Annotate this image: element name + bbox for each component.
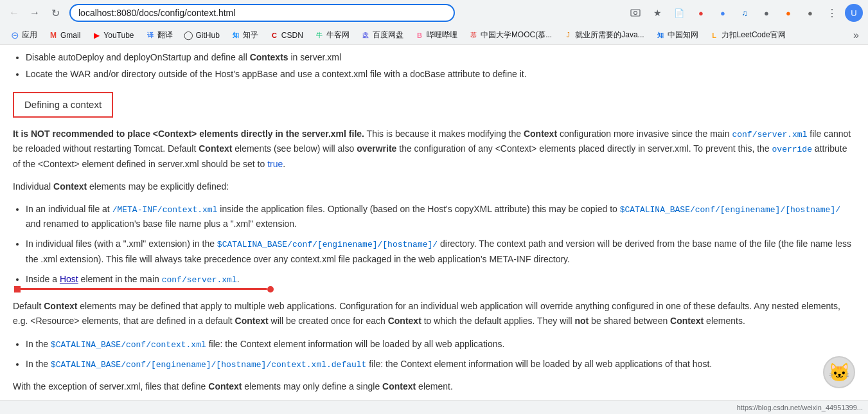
ext5-btn[interactable]: ● bbox=[757, 4, 775, 22]
bookmark-mooc[interactable]: 慕 中国大学MOOC(慕... bbox=[464, 28, 557, 42]
bookmarks-bar: ⊝ 应用 M Gmail ▶ YouTube 译 翻译 ◯ GitHub 知 知… bbox=[0, 26, 868, 45]
bookmark-baidu-pan[interactable]: 盘 百度网盘 bbox=[356, 28, 409, 42]
niuke-icon: 牛 bbox=[315, 31, 324, 40]
bullet1-3: Inside a Host element in the main conf/s… bbox=[26, 272, 855, 291]
ext2-btn[interactable]: ● bbox=[692, 4, 710, 22]
bookmark-bilibili[interactable]: B 哔哩哔哩 bbox=[410, 28, 463, 42]
page-content: Disable autoDeploy and deployOnStartup a… bbox=[0, 45, 868, 414]
top-bullets: Disable autoDeploy and deployOnStartup a… bbox=[13, 50, 855, 82]
bookmark-csdn[interactable]: C CSDN bbox=[265, 29, 308, 42]
para1: It is NOT recommended to place <Context>… bbox=[13, 127, 855, 172]
ext3-btn[interactable]: ● bbox=[714, 4, 732, 22]
apps-icon: ⊝ bbox=[10, 31, 19, 40]
bullet1-1: In an individual file at /META-INF/conte… bbox=[26, 202, 855, 232]
menu-btn[interactable]: ⋮ bbox=[823, 4, 841, 22]
bullets1: In an individual file at /META-INF/conte… bbox=[26, 202, 855, 292]
bookmark-java[interactable]: J 就业所需要的Java... bbox=[558, 28, 649, 42]
content-body: It is NOT recommended to place <Context>… bbox=[13, 127, 855, 414]
code-catalina-base-1: $CATALINA_BASE/conf/[enginename]/[hostna… bbox=[620, 205, 840, 215]
bookmark-java-label: 就业所需要的Java... bbox=[575, 30, 644, 40]
bookmark-youtube[interactable]: ▶ YouTube bbox=[87, 29, 139, 42]
link-true[interactable]: true bbox=[267, 159, 283, 169]
bookmark-github-label: GitHub bbox=[196, 31, 220, 40]
baidu-pan-icon: 盘 bbox=[361, 31, 370, 40]
bookmark-translate-label: 翻译 bbox=[157, 30, 173, 40]
bookmark-translate[interactable]: 译 翻译 bbox=[141, 28, 178, 42]
ext7-btn[interactable]: ● bbox=[801, 4, 819, 22]
bookmark-leetcode[interactable]: L 力扣LeetCode官网 bbox=[705, 28, 791, 42]
forward-button[interactable]: → bbox=[26, 4, 44, 22]
code-server-xml-2: conf/server.xml bbox=[162, 275, 237, 285]
bookmarks-more-btn[interactable]: » bbox=[849, 28, 863, 43]
ext1-btn[interactable]: 📄 bbox=[670, 4, 688, 22]
code-catalina-base-2: $CATALINA_BASE/conf/[enginename]/[hostna… bbox=[217, 240, 438, 249]
bullet2-1: In the $CATALINA_BASE/conf/context.xml f… bbox=[26, 337, 855, 352]
section-heading-box: Defining a context bbox=[13, 92, 113, 118]
bookmark-apps[interactable]: ⊝ 应用 bbox=[5, 28, 42, 42]
address-bar[interactable] bbox=[78, 8, 446, 18]
bookmark-youtube-label: YouTube bbox=[103, 31, 134, 40]
code-context-xml-default: $CATALINA_BASE/conf/[enginename]/[hostna… bbox=[51, 360, 366, 370]
code-override: override bbox=[772, 145, 812, 154]
bookmark-cnki[interactable]: 知 中国知网 bbox=[651, 28, 704, 42]
svg-point-1 bbox=[634, 12, 637, 15]
address-bar-container[interactable] bbox=[69, 4, 455, 22]
reload-button[interactable]: ↻ bbox=[46, 4, 64, 22]
bullets2: In the $CATALINA_BASE/conf/context.xml f… bbox=[26, 337, 855, 372]
profile-avatar[interactable]: U bbox=[845, 4, 863, 22]
top-bullet-1: Disable autoDeploy and deployOnStartup a… bbox=[26, 50, 855, 64]
youtube-icon: ▶ bbox=[92, 31, 101, 40]
avatar-image: 🐱 bbox=[828, 362, 851, 383]
bullet2-2: In the $CATALINA_BASE/conf/[enginename]/… bbox=[26, 357, 855, 372]
bookmark-niuke-label: 牛客网 bbox=[326, 30, 350, 40]
gmail-icon: M bbox=[49, 31, 58, 40]
bookmark-star-btn[interactable]: ★ bbox=[648, 4, 666, 22]
code-meta-inf: /META-INF/context.xml bbox=[112, 205, 218, 215]
mooc-icon: 慕 bbox=[469, 31, 478, 40]
bookmark-gmail[interactable]: M Gmail bbox=[44, 29, 85, 42]
translate-icon: 译 bbox=[146, 31, 155, 40]
bookmark-leetcode-label: 力扣LeetCode官网 bbox=[722, 30, 786, 40]
section-heading-text: Defining a context bbox=[24, 99, 102, 110]
bookmark-cnki-label: 中国知网 bbox=[668, 30, 698, 40]
bookmark-mooc-label: 中国大学MOOC(慕... bbox=[481, 30, 552, 40]
status-url: https://blog.csdn.net/weixin_44951399... bbox=[737, 404, 863, 411]
github-icon: ◯ bbox=[184, 31, 193, 40]
svg-rect-0 bbox=[631, 10, 640, 16]
bookmark-bilibili-label: 哔哩哔哩 bbox=[427, 30, 457, 40]
java-icon: J bbox=[563, 31, 572, 40]
bookmark-csdn-label: CSDN bbox=[281, 31, 303, 40]
bullet1-2: In individual files (with a ".xml" exten… bbox=[26, 237, 855, 267]
cnki-icon: 知 bbox=[656, 31, 665, 40]
browser-chrome: ← → ↻ ★ 📄 ● ● ♫ ● ● ● ⋮ U ⊝ 应用 bbox=[0, 0, 868, 45]
bookmark-niuke[interactable]: 牛 牛客网 bbox=[310, 28, 355, 42]
ext6-btn[interactable]: ● bbox=[779, 4, 797, 22]
user-avatar[interactable]: 🐱 bbox=[823, 356, 855, 388]
nav-buttons: ← → ↻ bbox=[5, 4, 64, 22]
bookmark-zhihu-label: 知乎 bbox=[243, 30, 258, 40]
ext4-btn[interactable]: ♫ bbox=[736, 4, 754, 22]
zhihu-icon: 知 bbox=[231, 31, 240, 40]
screenshot-icon-btn[interactable] bbox=[626, 4, 644, 22]
para1-strong: It is NOT recommended to place <Context>… bbox=[13, 129, 364, 139]
bookmark-zhihu[interactable]: 知 知乎 bbox=[226, 28, 263, 42]
bookmark-apps-label: 应用 bbox=[22, 30, 37, 40]
status-bar: https://blog.csdn.net/weixin_44951399... bbox=[0, 400, 868, 414]
leetcode-icon: L bbox=[710, 31, 719, 40]
annotation-line bbox=[17, 288, 267, 290]
bookmark-gmail-label: Gmail bbox=[60, 31, 80, 40]
code-context-xml-1: $CATALINA_BASE/conf/context.xml bbox=[51, 340, 206, 350]
toolbar: ← → ↻ ★ 📄 ● ● ♫ ● ● ● ⋮ U bbox=[0, 0, 868, 26]
back-button[interactable]: ← bbox=[5, 4, 23, 22]
link-host[interactable]: Host bbox=[60, 274, 78, 284]
code-server-xml: conf/server.xml bbox=[732, 130, 807, 140]
para4: With the exception of server.xml, files … bbox=[13, 379, 855, 394]
csdn-icon: C bbox=[270, 31, 279, 40]
bilibili-icon: B bbox=[415, 31, 424, 40]
top-bullet-2: Locate the WAR and/or directory outside … bbox=[26, 67, 855, 81]
para3: Default Context elements may be defined … bbox=[13, 299, 855, 328]
toolbar-right: ★ 📄 ● ● ♫ ● ● ● ⋮ U bbox=[626, 4, 863, 22]
bookmark-github[interactable]: ◯ GitHub bbox=[179, 29, 225, 42]
para2: Individual Context elements may be expli… bbox=[13, 179, 855, 194]
annotation-dot-right bbox=[267, 286, 274, 292]
